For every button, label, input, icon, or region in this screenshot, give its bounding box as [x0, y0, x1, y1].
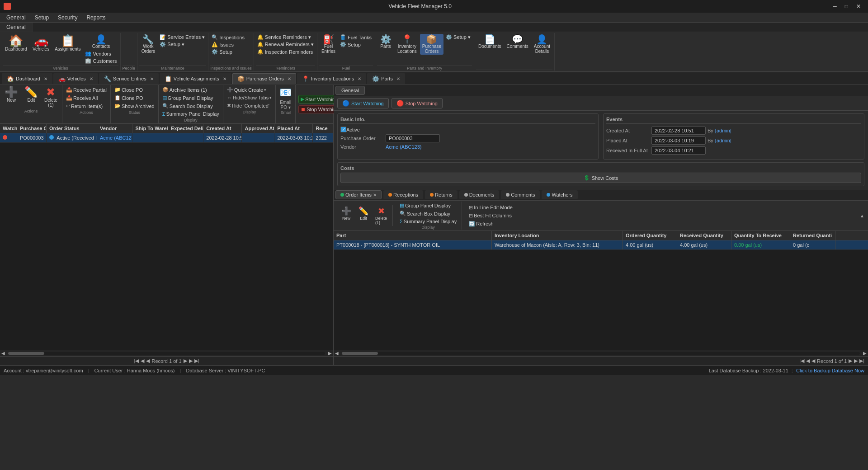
- active-checkbox[interactable]: ✓: [340, 127, 346, 132]
- ribbon-btn-parts[interactable]: ⚙️ Parts: [377, 34, 394, 50]
- group-panel-display-button[interactable]: ▤Group Panel Display: [160, 94, 221, 102]
- show-archived-button[interactable]: 📂Show Archived: [113, 102, 156, 110]
- placed-by[interactable]: [admin]: [715, 138, 731, 143]
- ribbon-btn-work-orders[interactable]: 🔧 WorkOrders: [139, 34, 158, 55]
- ribbon-btn-renewal-reminders[interactable]: 🔔Renewal Reminders ▾: [256, 41, 315, 48]
- menu-security[interactable]: Security: [53, 14, 82, 22]
- first-page-btn[interactable]: |◀: [134, 358, 139, 364]
- minimize-button[interactable]: ─: [829, 2, 840, 10]
- close-tab-purchase-orders[interactable]: ✕: [288, 76, 291, 81]
- last-page-btn[interactable]: ▶|: [194, 358, 199, 364]
- close-tab-parts[interactable]: ✕: [396, 76, 400, 81]
- ribbon-btn-setup-maint[interactable]: ⚙️Setup ▾: [158, 41, 206, 48]
- order-summary-panel-btn[interactable]: ΣSummary Panel Display: [397, 218, 459, 225]
- close-tab-service-entries[interactable]: ✕: [150, 76, 154, 81]
- next-btn[interactable]: ▶: [184, 358, 187, 364]
- menu-general[interactable]: General: [2, 14, 30, 22]
- ribbon-btn-inventory-locations[interactable]: 📍 InventoryLocations: [395, 34, 419, 55]
- ribbon-btn-fuel-tanks[interactable]: 🛢️Fuel Tanks: [339, 34, 373, 41]
- delete-button[interactable]: ✖ Delete(1): [42, 86, 60, 108]
- prev-btn[interactable]: ◀: [146, 358, 150, 364]
- best-fit-btn[interactable]: ⊟Best Fit Columns: [467, 212, 515, 220]
- tab-vehicle-assignments[interactable]: 📋 Vehicle Assignments ✕: [160, 73, 231, 84]
- clone-po-button[interactable]: 📋Clone PO: [113, 94, 156, 102]
- close-tab-vehicle-assignments[interactable]: ✕: [223, 76, 226, 81]
- ribbon-btn-purchase-orders[interactable]: 📦 PurchaseOrders: [420, 34, 443, 55]
- email-po-button[interactable]: 📧: [278, 86, 293, 99]
- refresh-btn[interactable]: 🔄Refresh: [467, 220, 515, 228]
- ribbon-btn-documents[interactable]: 📄 Documents: [476, 34, 504, 50]
- bottom-tab-comments[interactable]: Comments: [501, 190, 540, 199]
- bottom-tab-receptions[interactable]: Receptions: [383, 190, 423, 199]
- ribbon-btn-contacts[interactable]: 👤 Contacts: [84, 34, 118, 50]
- tab-inventory-locations[interactable]: 📍 Inventory Locations ✕: [297, 73, 366, 84]
- ribbon-btn-service-entries[interactable]: 📝Service Entries ▾: [158, 34, 206, 41]
- order-scroll-left[interactable]: ◀: [334, 350, 340, 357]
- order-prev-btn[interactable]: ◀: [811, 358, 815, 364]
- bottom-tab-watchers[interactable]: Watchers: [542, 190, 577, 199]
- vendor-value[interactable]: Acme (ABC123): [386, 144, 421, 150]
- ribbon-btn-vendors[interactable]: 👥 Vendors: [84, 50, 118, 57]
- ribbon-btn-inspection-reminders[interactable]: 🔔Inspection Reminders: [256, 48, 315, 55]
- summary-panel-display-button[interactable]: ΣSummary Panel Display: [160, 110, 221, 118]
- table-row[interactable]: PO000003 Active (Received In Full) Acme …: [0, 133, 333, 143]
- ribbon-btn-service-reminders[interactable]: 🔔Service Reminders ▾: [256, 34, 315, 41]
- vendor-link[interactable]: Acme (ABC123): [100, 135, 132, 141]
- ribbon-btn-fuel-entries[interactable]: ⛽ FuelEntries: [319, 34, 338, 55]
- tab-vehicles[interactable]: 🚗 Vehicles ✕: [53, 73, 98, 84]
- ribbon-btn-setup-fuel[interactable]: ⚙️Setup: [339, 41, 373, 48]
- restore-button[interactable]: □: [841, 2, 852, 10]
- ribbon-btn-comments[interactable]: 💬 Comments: [504, 34, 530, 50]
- show-costs-button[interactable]: 💲 Show Costs: [340, 173, 861, 183]
- stop-watching-btn-right[interactable]: 🔴 Stop Watching: [392, 98, 443, 108]
- ribbon-btn-dashboard[interactable]: 🏠 Dashboard: [3, 34, 29, 52]
- ribbon-btn-inspections[interactable]: 🔍Inspections: [210, 34, 246, 41]
- order-edit-btn[interactable]: ✏️ Edit: [355, 205, 372, 226]
- order-scroll-right[interactable]: ▶: [862, 350, 868, 357]
- menu-reports[interactable]: Reports: [82, 14, 110, 22]
- close-tab-vehicles[interactable]: ✕: [90, 76, 93, 81]
- order-delete-btn[interactable]: ✖ Delete(1): [373, 205, 390, 226]
- quick-create-button[interactable]: ➕Quick Create▾: [225, 86, 274, 94]
- order-hscrollbar[interactable]: ◀ ▶: [334, 350, 868, 356]
- order-prev-page-btn[interactable]: ◀: [806, 358, 810, 364]
- backup-link[interactable]: Click to Backup Database Now: [796, 368, 864, 373]
- order-item-row[interactable]: PT000018 - [PT000018] - SYNTH MOTOR OIL …: [334, 240, 868, 250]
- order-group-panel-btn[interactable]: ▤Group Panel Display: [397, 202, 459, 209]
- menu-setup[interactable]: Setup: [30, 14, 53, 22]
- tab-parts[interactable]: ⚙️ Parts ✕: [367, 73, 405, 84]
- title-bar-controls[interactable]: ─ □ ✕: [829, 2, 864, 10]
- order-first-btn[interactable]: |◀: [799, 358, 804, 364]
- ribbon-tab-general[interactable]: General: [0, 23, 33, 32]
- grid-hscrollbar[interactable]: ◀ ▶: [0, 350, 333, 356]
- bottom-tab-documents[interactable]: Documents: [459, 190, 500, 199]
- archive-items-button[interactable]: 📦Archive Items (1): [160, 86, 221, 94]
- edit-button[interactable]: ✏️ Edit: [22, 86, 41, 108]
- scroll-right-btn[interactable]: ▶: [327, 350, 333, 357]
- receive-partial-button[interactable]: 📥Receive Partial: [64, 86, 108, 94]
- order-search-box-btn[interactable]: 🔍Search Box Display: [397, 210, 459, 217]
- ribbon-btn-setup-parts[interactable]: ⚙️Setup ▾: [444, 34, 472, 41]
- close-tab-inventory-locations[interactable]: ✕: [358, 76, 361, 81]
- scroll-left-btn[interactable]: ◀: [0, 350, 6, 357]
- bottom-tab-returns[interactable]: Returns: [425, 190, 458, 199]
- ribbon-btn-account-details[interactable]: 👤 AccountDetails: [532, 34, 552, 55]
- tab-dashboard[interactable]: 🏠 Dashboard ✕: [2, 73, 52, 84]
- close-button[interactable]: ✕: [853, 2, 864, 10]
- bottom-tab-order-items[interactable]: Order Items ✕: [335, 190, 382, 199]
- search-box-display-button[interactable]: 🔍Search Box Display: [160, 102, 221, 110]
- tab-purchase-orders[interactable]: 📦 Purchase Orders ✕: [232, 73, 296, 84]
- new-button[interactable]: ➕ New: [2, 86, 21, 108]
- order-toolbar-collapse[interactable]: ▲: [860, 213, 864, 218]
- order-next-page-btn[interactable]: ▶: [854, 358, 858, 364]
- start-watching-btn-right[interactable]: 🔵 Start Watching: [337, 98, 389, 108]
- ribbon-btn-customers[interactable]: 🏢 Customers: [84, 57, 118, 64]
- close-po-button[interactable]: 📁Close PO: [113, 86, 156, 94]
- ribbon-btn-assignments[interactable]: 📋 Assignments: [52, 34, 83, 52]
- ribbon-btn-issues[interactable]: ⚠️Issues: [210, 41, 246, 48]
- hide-completed-button[interactable]: ✖Hide 'Completed': [225, 102, 274, 109]
- hide-show-tabs-button[interactable]: ↔Hide/Show Tabs▾: [225, 94, 274, 101]
- created-by[interactable]: [admin]: [715, 128, 731, 133]
- inline-edit-btn[interactable]: ⊞In Line Edit Mode: [467, 204, 515, 212]
- order-new-btn[interactable]: ➕ New: [338, 205, 354, 226]
